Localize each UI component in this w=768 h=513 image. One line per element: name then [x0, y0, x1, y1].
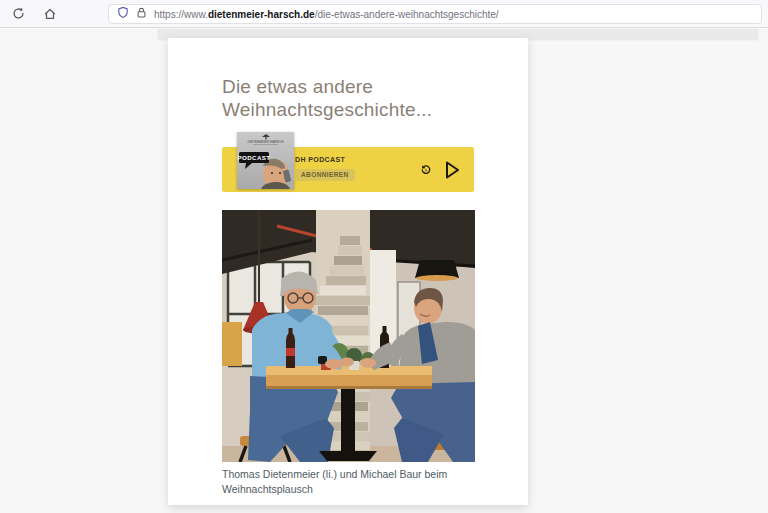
url-bar[interactable]: https://www.dietenmeier-harsch.de/die-et… [108, 4, 762, 24]
podcast-controls: 9 [420, 147, 460, 192]
podcast-player: DIETENMEIER HARSCH PODCAST DH PODCAST [222, 147, 474, 192]
article-card: Die etwas andere Weihnachtsgeschichte...… [168, 38, 528, 505]
svg-text:9: 9 [425, 167, 428, 172]
podcast-meta: DH PODCAST ABONNIEREN [295, 156, 355, 181]
subscribe-button[interactable]: ABONNIEREN [295, 169, 355, 181]
url-path: /die-etwas-andere-weihnachtsgeschichte/ [315, 9, 499, 20]
podcast-art-brand: DIETENMEIER HARSCH [247, 140, 284, 144]
photo-caption: Thomas Dietenmeier (li.) und Michael Bau… [222, 467, 457, 497]
url-text: https://www.dietenmeier-harsch.de/die-et… [154, 9, 499, 20]
page-viewport: Die etwas andere Weihnachtsgeschichte...… [0, 29, 768, 513]
shield-icon[interactable] [117, 5, 129, 23]
lock-icon[interactable] [136, 5, 147, 23]
url-domain: dietenmeier-harsch.de [208, 9, 315, 20]
play-icon[interactable] [445, 161, 460, 179]
podcast-art-bubble-label: PODCAST [237, 154, 270, 161]
reload-icon[interactable] [10, 6, 26, 22]
article-photo [222, 210, 475, 462]
home-icon[interactable] [42, 6, 58, 22]
podcast-cover-art: DIETENMEIER HARSCH PODCAST [237, 132, 294, 189]
article-heading: Die etwas andere Weihnachtsgeschichte... [222, 75, 487, 121]
replay-icon[interactable]: 9 [420, 164, 432, 176]
podcast-show-title: DH PODCAST [295, 156, 355, 163]
browser-toolbar: https://www.dietenmeier-harsch.de/die-et… [0, 0, 768, 28]
